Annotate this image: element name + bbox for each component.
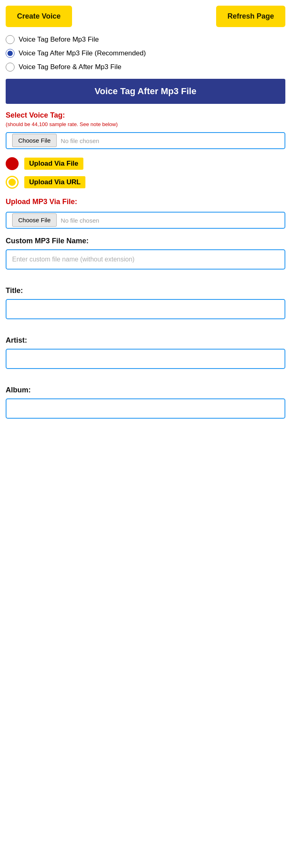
voice-tag-radio-group: Voice Tag Before Mp3 File Voice Tag Afte… xyxy=(6,35,285,72)
mp3-no-file-text: No file chosen xyxy=(61,217,99,224)
custom-filename-input[interactable] xyxy=(6,249,285,270)
select-voice-tag-note: (should be 44,100 sample rate. See note … xyxy=(6,121,285,127)
select-voice-tag-label: Select Voice Tag: xyxy=(6,111,285,120)
voice-tag-file-input-box: Choose File No file chosen xyxy=(6,132,285,149)
create-voice-button[interactable]: Create Voice xyxy=(6,6,72,27)
title-label: Title: xyxy=(6,287,285,295)
voice-tag-after-radio[interactable] xyxy=(6,49,15,58)
voice-tag-after-label: Voice Tag After Mp3 File (Recommended) xyxy=(19,49,146,57)
voice-tag-no-file-text: No file chosen xyxy=(61,137,99,144)
voice-tag-both-option[interactable]: Voice Tag Before & After Mp3 File xyxy=(6,63,285,72)
artist-label: Artist: xyxy=(6,336,285,345)
mp3-choose-file-label[interactable]: Choose File xyxy=(12,213,57,227)
artist-input[interactable] xyxy=(6,349,285,369)
voice-tag-before-label: Voice Tag Before Mp3 File xyxy=(19,36,99,44)
voice-tag-before-radio[interactable] xyxy=(6,35,15,44)
album-input[interactable] xyxy=(6,398,285,419)
upload-mp3-label: Upload MP3 Via File: xyxy=(6,198,285,206)
mp3-file-input-box: Choose File No file chosen xyxy=(6,212,285,229)
album-label: Album: xyxy=(6,386,285,394)
voice-tag-both-label: Voice Tag Before & After Mp3 File xyxy=(19,63,121,71)
voice-tag-banner: Voice Tag After Mp3 File xyxy=(6,79,285,104)
voice-tag-both-radio[interactable] xyxy=(6,63,15,72)
upload-via-url-radio-circle xyxy=(6,176,19,189)
upload-via-file-radio-circle xyxy=(6,157,19,170)
voice-tag-choose-file-label[interactable]: Choose File xyxy=(12,134,57,147)
header-row: Create Voice Refresh Page xyxy=(6,6,285,27)
title-section: Title: xyxy=(6,287,285,327)
upload-via-file-label: Upload Via File xyxy=(24,158,83,170)
upload-via-file-row[interactable]: Upload Via File xyxy=(6,157,285,170)
refresh-page-button[interactable]: Refresh Page xyxy=(216,6,285,27)
artist-section: Artist: xyxy=(6,336,285,377)
voice-tag-after-option[interactable]: Voice Tag After Mp3 File (Recommended) xyxy=(6,49,285,58)
mp3-choose-file-button[interactable]: Choose File xyxy=(12,217,57,224)
custom-filename-section: Custom MP3 File Name: xyxy=(6,237,285,278)
title-input[interactable] xyxy=(6,299,285,319)
upload-via-url-label: Upload Via URL xyxy=(24,176,85,188)
album-section: Album: xyxy=(6,386,285,427)
voice-tag-before-option[interactable]: Voice Tag Before Mp3 File xyxy=(6,35,285,44)
upload-via-url-row[interactable]: Upload Via URL xyxy=(6,176,285,189)
voice-tag-choose-file-button[interactable]: Choose File xyxy=(12,137,57,144)
upload-method-options: Upload Via File Upload Via URL xyxy=(6,157,285,189)
custom-filename-label: Custom MP3 File Name: xyxy=(6,237,285,245)
